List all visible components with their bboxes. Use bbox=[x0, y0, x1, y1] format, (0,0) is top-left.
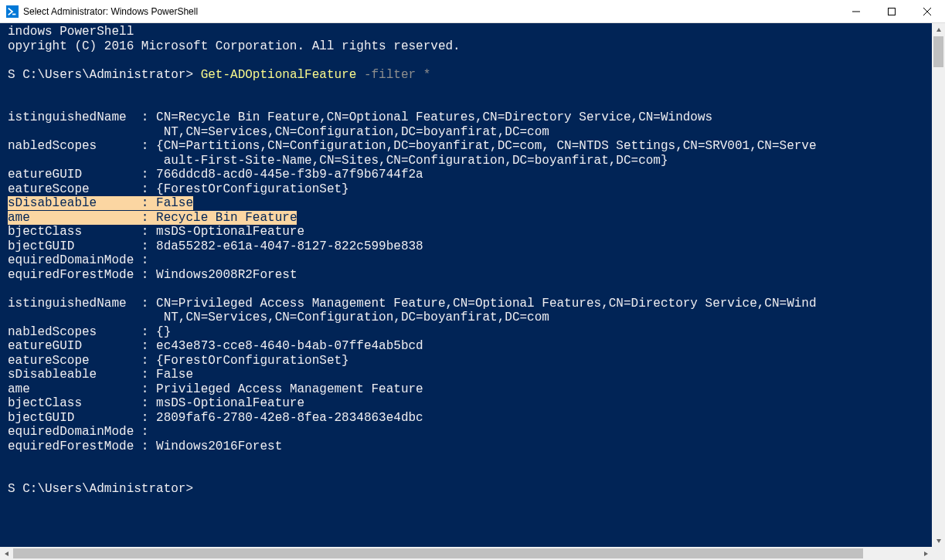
prop-label: equiredDomainMode bbox=[8, 425, 134, 439]
ps-copyright-line: opyright (C) 2016 Microsoft Corporation.… bbox=[8, 39, 461, 53]
prop-label: equiredForestMode bbox=[8, 440, 134, 453]
svg-rect-0 bbox=[889, 8, 896, 15]
prop-label: eatureScope bbox=[8, 182, 90, 196]
prop-label: bjectClass bbox=[8, 225, 82, 239]
scroll-right-arrow-icon[interactable] bbox=[919, 547, 932, 560]
hscroll-thumb[interactable] bbox=[13, 548, 863, 558]
cmdlet-param-value: * bbox=[423, 68, 431, 82]
scroll-up-arrow-icon[interactable] bbox=[932, 23, 945, 36]
prop-value: msDS-OptionalFeature bbox=[156, 225, 304, 239]
terminal-output[interactable]: indows PowerShell opyright (C) 2016 Micr… bbox=[0, 23, 945, 547]
vertical-scrollbar[interactable] bbox=[932, 23, 945, 547]
prop-label: istinguishedName bbox=[8, 297, 127, 311]
close-button[interactable] bbox=[909, 0, 945, 23]
prop-value: 766ddcd8-acd0-445e-f3b9-a7f9b6744f2a bbox=[156, 168, 423, 182]
prop-value: {ForestOrConfigurationSet} bbox=[156, 182, 349, 196]
prop-label: bjectGUID bbox=[8, 411, 74, 425]
prop-label: equiredDomainMode bbox=[8, 253, 134, 267]
prop-value: {ForestOrConfigurationSet} bbox=[156, 354, 349, 368]
prop-value: CN=Privileged Access Management Feature,… bbox=[156, 297, 817, 311]
ps-header-line: indows PowerShell bbox=[8, 25, 134, 39]
window-title: Select Administrator: Windows PowerShell bbox=[23, 6, 838, 17]
prop-label: istinguishedName bbox=[8, 110, 127, 124]
vscroll-track[interactable] bbox=[932, 36, 945, 534]
prop-value: NT,CN=Services,CN=Configuration,DC=boyan… bbox=[164, 125, 549, 139]
prop-value: ec43e873-cce8-4640-b4ab-07ffe4ab5bcd bbox=[156, 339, 423, 353]
hscroll-track[interactable] bbox=[13, 547, 919, 560]
prop-value: False bbox=[156, 196, 193, 210]
prop-value: Windows2016Forest bbox=[156, 440, 282, 453]
prop-value: ault-First-Site-Name,CN=Sites,CN=Configu… bbox=[164, 154, 668, 168]
prop-value: Windows2008R2Forest bbox=[156, 268, 297, 282]
minimize-button[interactable] bbox=[838, 0, 874, 23]
prop-value: Privileged Access Management Feature bbox=[156, 382, 423, 396]
prop-label: nabledScopes bbox=[8, 139, 97, 153]
prop-value: 8da55282-e61a-4047-8127-822c599be838 bbox=[156, 239, 423, 253]
scrollbar-corner bbox=[932, 547, 945, 560]
horizontal-scrollbar[interactable] bbox=[0, 547, 945, 560]
prop-value: {} bbox=[156, 325, 171, 339]
highlighted-row: sDisableable : False ame : Recycle Bin F… bbox=[8, 196, 297, 225]
prop-value: {CN=Partitions,CN=Configuration,DC=boyan… bbox=[156, 139, 817, 153]
prop-value: 2809faf6-2780-42e8-8fea-2834863e4dbc bbox=[156, 411, 423, 425]
prop-label: eatureGUID bbox=[8, 168, 82, 182]
vscroll-thumb[interactable] bbox=[933, 36, 943, 67]
prop-value: NT,CN=Services,CN=Configuration,DC=boyan… bbox=[164, 311, 549, 324]
powershell-icon bbox=[6, 5, 19, 18]
prompt: S C:\Users\Administrator> bbox=[8, 482, 193, 496]
prop-value: msDS-OptionalFeature bbox=[156, 396, 304, 410]
prop-label: sDisableable bbox=[8, 368, 97, 382]
prop-value: CN=Recycle Bin Feature,CN=Optional Featu… bbox=[156, 110, 712, 124]
prop-label: bjectGUID bbox=[8, 239, 74, 253]
prop-label: equiredForestMode bbox=[8, 268, 134, 282]
prop-label: eatureScope bbox=[8, 354, 90, 368]
prop-label: nabledScopes bbox=[8, 325, 97, 339]
maximize-button[interactable] bbox=[874, 0, 909, 23]
prop-label: eatureGUID bbox=[8, 339, 82, 353]
prop-label: ame bbox=[8, 211, 30, 225]
prop-label: sDisableable bbox=[8, 196, 97, 210]
prompt: S C:\Users\Administrator> bbox=[8, 68, 193, 82]
prop-value: False bbox=[156, 368, 193, 382]
prop-label: ame bbox=[8, 382, 30, 396]
cmdlet-param-flag: -filter bbox=[364, 68, 416, 82]
titlebar: Select Administrator: Windows PowerShell bbox=[0, 0, 945, 23]
prop-label: bjectClass bbox=[8, 396, 82, 410]
scroll-left-arrow-icon[interactable] bbox=[0, 547, 13, 560]
prop-value: Recycle Bin Feature bbox=[156, 211, 297, 225]
scroll-down-arrow-icon[interactable] bbox=[932, 534, 945, 547]
cmdlet-name: Get-ADOptionalFeature bbox=[201, 68, 357, 82]
